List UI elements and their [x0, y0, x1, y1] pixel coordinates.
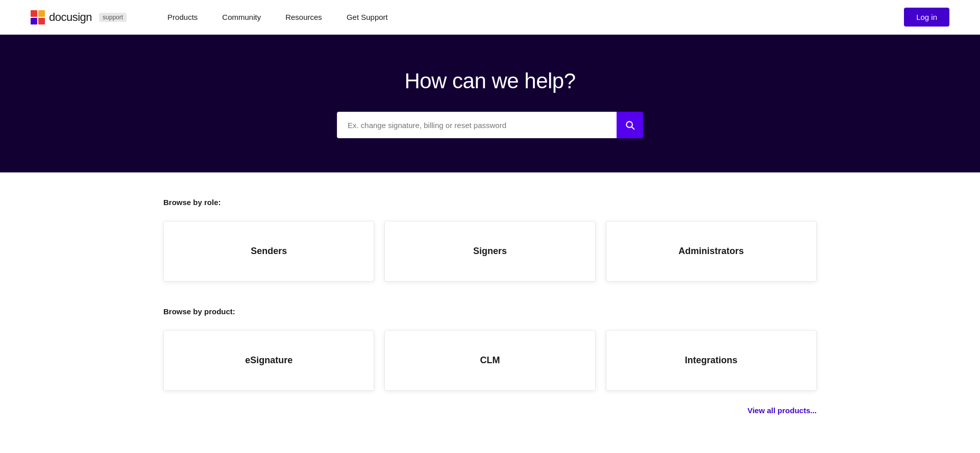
card-clm-label: CLM — [480, 355, 500, 365]
svg-rect-1 — [38, 10, 45, 17]
card-senders[interactable]: Senders — [163, 221, 374, 282]
card-administrators-label: Administrators — [678, 246, 744, 256]
browse-by-product-label: Browse by product: — [163, 307, 817, 316]
header-left: docusign support Products Community Reso… — [31, 10, 388, 24]
card-signers[interactable]: Signers — [384, 221, 595, 282]
nav-get-support[interactable]: Get Support — [347, 13, 388, 21]
browse-by-role-cards: Senders Signers Administrators — [163, 221, 817, 282]
search-icon — [625, 120, 635, 130]
svg-rect-2 — [31, 18, 37, 24]
svg-rect-0 — [31, 10, 37, 17]
logo[interactable]: docusign support — [31, 10, 127, 24]
card-integrations[interactable]: Integrations — [606, 330, 817, 391]
main-content: Browse by role: Senders Signers Administ… — [133, 172, 847, 440]
svg-rect-3 — [38, 18, 45, 24]
card-esignature-label: eSignature — [245, 355, 292, 365]
browse-by-product-cards: eSignature CLM Integrations — [163, 330, 817, 391]
docusign-logo-icon — [31, 10, 45, 24]
hero-title: How can we help? — [404, 69, 575, 93]
search-container — [337, 112, 643, 138]
card-senders-label: Senders — [251, 246, 287, 256]
nav-resources[interactable]: Resources — [285, 13, 322, 21]
card-clm[interactable]: CLM — [384, 330, 595, 391]
search-input[interactable] — [337, 112, 617, 138]
card-esignature[interactable]: eSignature — [163, 330, 374, 391]
view-all-products-link[interactable]: View all products... — [163, 406, 817, 415]
search-button[interactable] — [617, 112, 643, 138]
login-button[interactable]: Log in — [904, 8, 949, 27]
card-signers-label: Signers — [473, 246, 507, 256]
header: docusign support Products Community Reso… — [0, 0, 980, 35]
browse-by-role-label: Browse by role: — [163, 198, 817, 207]
hero-section: How can we help? — [0, 35, 980, 172]
nav-products[interactable]: Products — [167, 13, 198, 21]
card-administrators[interactable]: Administrators — [606, 221, 817, 282]
logo-text: docusign — [49, 11, 92, 24]
header-right: Log in — [904, 8, 949, 27]
nav-community[interactable]: Community — [222, 13, 261, 21]
svg-line-5 — [632, 127, 634, 130]
card-integrations-label: Integrations — [685, 355, 738, 365]
header-nav: Products Community Resources Get Support — [167, 13, 388, 21]
logo-badge: support — [99, 13, 127, 22]
